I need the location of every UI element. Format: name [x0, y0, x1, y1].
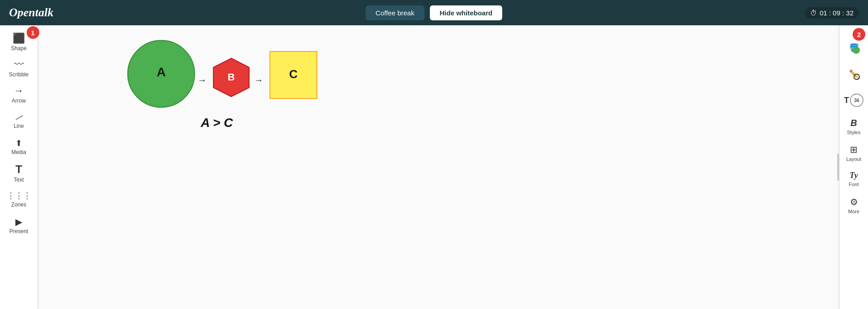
shape-icon: ⬛	[13, 33, 25, 43]
font-tool[interactable]: Ty Font	[841, 166, 867, 192]
styles-tool[interactable]: B Styles	[841, 114, 867, 139]
shape-circle-a[interactable]: A	[126, 39, 196, 109]
zones-tool[interactable]: ⋮⋮⋮ Zones	[2, 187, 36, 212]
scribble-icon: 〰	[14, 60, 24, 70]
header-center-buttons: Coffee break Hide whiteboard	[366, 5, 502, 20]
media-label: Media	[11, 149, 26, 155]
font-size-T-icon: T	[844, 96, 849, 105]
svg-text:B: B	[228, 71, 235, 83]
media-icon: ⬆	[15, 139, 22, 147]
badge-1: 1	[27, 26, 39, 39]
text-icon: T	[15, 164, 22, 175]
badge-2: 2	[853, 28, 865, 41]
zones-label: Zones	[11, 201, 26, 208]
styles-label: Styles	[847, 130, 861, 135]
logo: Opentalk	[9, 6, 53, 19]
present-tool[interactable]: ▶ Present	[2, 213, 36, 239]
font-icon: Ty	[849, 171, 858, 180]
text-label: Text	[14, 177, 24, 183]
font-size-circle[interactable]: 36	[850, 94, 863, 107]
zones-icon: ⋮⋮⋮	[7, 192, 31, 200]
header: Opentalk Coffee break Hide whiteboard ⏱ …	[0, 0, 868, 25]
line-icon: ―	[13, 112, 24, 123]
line-tool[interactable]: ― Line	[2, 108, 36, 134]
shape-tool-wrap: ⬛ Shape 1	[2, 30, 36, 55]
text-tool[interactable]: T Text	[2, 161, 36, 186]
arrow-label: Arrow	[12, 98, 26, 104]
layout-tool[interactable]: ⊞ Layout	[841, 140, 867, 165]
arrow-tool[interactable]: → Arrow	[2, 82, 36, 108]
more-tool[interactable]: ⚙ More	[841, 192, 867, 218]
timer-icon: ⏱	[810, 9, 817, 17]
shape-label: Shape	[11, 45, 27, 52]
arrow-b-to-c: →	[254, 75, 263, 85]
scribble-tool[interactable]: 〰 Scribble	[2, 56, 36, 81]
coffee-break-button[interactable]: Coffee break	[366, 5, 425, 20]
canvas-text-label: A > C	[201, 116, 233, 130]
media-tool[interactable]: ⬆ Media	[2, 135, 36, 160]
scribble-label: Scribble	[9, 71, 28, 78]
styles-icon: B	[850, 118, 857, 128]
arrow-a-to-b: →	[198, 75, 207, 85]
arrow-icon: →	[14, 86, 24, 96]
svg-text:C: C	[289, 67, 298, 81]
timer-display: ⏱ 01 : 09 : 32	[805, 7, 859, 19]
present-label: Present	[9, 228, 28, 234]
layout-icon: ⊞	[850, 144, 858, 155]
present-icon: ▶	[15, 217, 22, 226]
main-area: ⬛ Shape 1 〰 Scribble → Arrow ― Line ⬆ Me…	[0, 25, 868, 309]
stroke-tool[interactable]: ✏️	[841, 61, 867, 87]
font-label: Font	[849, 182, 859, 187]
font-size-tool[interactable]: T 36	[841, 88, 867, 113]
line-label: Line	[14, 123, 24, 129]
timer-value: 01 : 09 : 32	[820, 9, 854, 17]
shape-hexagon-b[interactable]: B	[210, 56, 253, 99]
canvas-area[interactable]: A → B → C A > C	[38, 25, 839, 309]
right-toolbar: 2 🪣 ✏️ T 36 B Styles	[839, 25, 868, 309]
shape-rect-c[interactable]: C	[269, 50, 318, 100]
svg-text:A: A	[156, 65, 165, 79]
more-label: More	[848, 209, 859, 214]
layout-label: Layout	[846, 156, 861, 162]
left-toolbar: ⬛ Shape 1 〰 Scribble → Arrow ― Line ⬆ Me…	[0, 25, 38, 309]
hide-whiteboard-button[interactable]: Hide whiteboard	[429, 5, 502, 20]
more-icon: ⚙	[850, 197, 858, 207]
